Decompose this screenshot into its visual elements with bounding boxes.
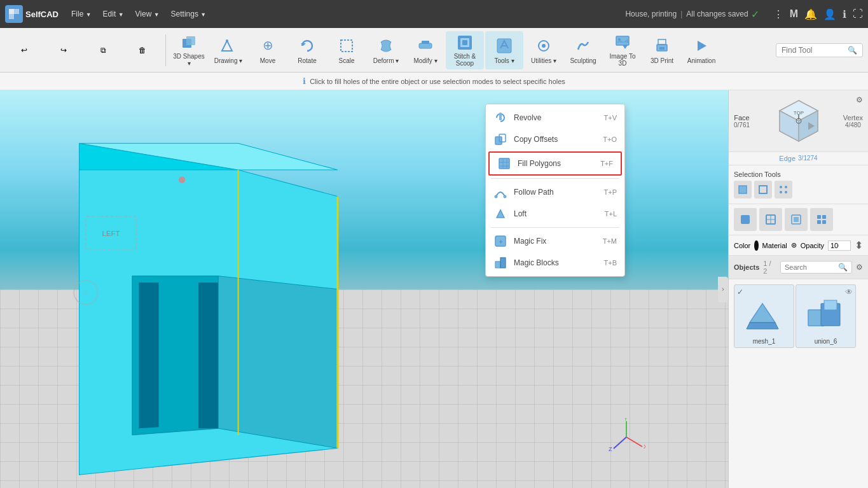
toolbar-scale[interactable]: Scale bbox=[327, 31, 366, 69]
material-label: Material bbox=[762, 242, 787, 249]
gear-icon[interactable]: ⚙ bbox=[856, 95, 863, 104]
menu-item-magic-fix[interactable]: ✦ Magic Fix T+M bbox=[486, 230, 624, 252]
color-picker[interactable] bbox=[754, 241, 758, 251]
menu-view[interactable]: View ▼ bbox=[132, 7, 163, 21]
magic-blocks-icon bbox=[493, 256, 507, 270]
search-input[interactable] bbox=[785, 263, 836, 271]
3d-print-icon bbox=[652, 36, 672, 56]
svg-rect-68 bbox=[759, 186, 767, 193]
svg-point-71 bbox=[780, 191, 782, 193]
svg-point-31 bbox=[542, 44, 546, 48]
undo-button[interactable]: ↩ bbox=[5, 31, 43, 69]
fill-polygons-shortcut: T+F bbox=[600, 160, 613, 167]
mode-icons bbox=[729, 204, 868, 235]
menu-edit[interactable]: Edit ▼ bbox=[99, 7, 128, 21]
separator-2 bbox=[491, 227, 619, 228]
toolbar-tools[interactable]: Tools ▾ bbox=[485, 31, 523, 69]
copy-offsets-icon bbox=[493, 132, 507, 146]
stitch-scoop-label: Stitch & Scoop bbox=[448, 53, 481, 67]
opacity-input[interactable] bbox=[828, 241, 851, 251]
mode-shaded-icon[interactable] bbox=[785, 208, 808, 231]
find-tool-search-icon: 🔍 bbox=[848, 46, 857, 55]
object-card-union6[interactable]: 👁 union_6 bbox=[796, 284, 856, 348]
menu-file[interactable]: File ▼ bbox=[67, 7, 95, 21]
svg-rect-2 bbox=[9, 14, 14, 19]
nav-cube-panel[interactable]: TOP bbox=[773, 95, 824, 146]
find-tool[interactable]: 🔍 bbox=[776, 43, 863, 57]
share-icon[interactable]: ⋮ bbox=[773, 8, 783, 20]
top-bar: SelfCAD File ▼ Edit ▼ View ▼ Settings ▼ … bbox=[0, 0, 868, 28]
menu-item-loft[interactable]: Loft T+L bbox=[486, 203, 624, 225]
menu-item-fill-polygons[interactable]: Fill Polygons T+F bbox=[488, 151, 622, 176]
svg-text:Z: Z bbox=[609, 446, 612, 452]
toolbar-3dshapes[interactable]: 3D Shapes ▾ bbox=[170, 31, 208, 69]
bell-icon[interactable]: 🔔 bbox=[804, 8, 817, 20]
info-bar-icon: ℹ bbox=[303, 76, 306, 86]
redo-button[interactable]: ↪ bbox=[45, 31, 83, 69]
toolbar-sculpting[interactable]: Sculpting bbox=[564, 31, 602, 69]
menu-item-copy-offsets[interactable]: Copy Offsets T+O bbox=[486, 129, 624, 150]
vertex-label: Vertex bbox=[843, 114, 863, 122]
sel-edge-icon[interactable] bbox=[754, 181, 772, 199]
object-card-mesh1[interactable]: ✓ mesh_1 bbox=[734, 284, 794, 348]
toolbar-animation[interactable]: Animation bbox=[682, 31, 720, 69]
search-icon[interactable]: 🔍 bbox=[838, 263, 848, 272]
find-tool-input[interactable] bbox=[782, 46, 845, 55]
fill-polygons-label: Fill Polygons bbox=[518, 159, 594, 168]
toolbar-deform[interactable]: Deform ▾ bbox=[367, 31, 405, 69]
svg-rect-29 bbox=[500, 258, 506, 268]
svg-text:LEFT: LEFT bbox=[102, 230, 120, 237]
main-area: LEFT ○ › X Y Z Face 0/761 bbox=[0, 90, 868, 488]
magic-fix-label: Magic Fix bbox=[514, 237, 596, 246]
expand-panel-arrow[interactable]: › bbox=[718, 277, 728, 302]
mesh1-name: mesh_1 bbox=[753, 338, 776, 345]
edge-label: Edge bbox=[779, 155, 796, 162]
toolbar-rotate[interactable]: Rotate bbox=[288, 31, 326, 69]
svg-text:⊕: ⊕ bbox=[263, 38, 273, 52]
toolbar-3d-print[interactable]: 3D Print bbox=[643, 31, 681, 69]
separator-1 bbox=[491, 178, 619, 179]
menu-item-revolve[interactable]: Revolve T+V bbox=[486, 107, 624, 129]
face-label: Face bbox=[734, 114, 749, 122]
3d-print-label: 3D Print bbox=[651, 57, 673, 64]
svg-text:Y: Y bbox=[624, 418, 628, 422]
user-icon[interactable]: 👤 bbox=[823, 8, 836, 20]
mode-solid-icon[interactable] bbox=[734, 208, 757, 231]
toolbar-modify[interactable]: Modify ▾ bbox=[406, 31, 444, 69]
toolbar-utilities[interactable]: Utilities ▾ bbox=[525, 31, 563, 69]
mesh1-preview bbox=[742, 292, 787, 337]
svg-rect-28 bbox=[495, 261, 500, 268]
info-icon[interactable]: ℹ bbox=[843, 8, 846, 20]
toolbar-stitch-scoop[interactable]: Stitch & Scoop bbox=[446, 31, 484, 69]
menu-item-magic-blocks[interactable]: Magic Blocks T+B bbox=[486, 252, 624, 274]
svg-line-53 bbox=[626, 437, 642, 447]
animation-label: Animation bbox=[687, 57, 715, 64]
svg-rect-1 bbox=[14, 9, 19, 14]
M-icon[interactable]: M bbox=[790, 8, 798, 20]
svg-point-69 bbox=[780, 186, 782, 188]
menu-settings[interactable]: Settings ▼ bbox=[167, 7, 210, 21]
objects-settings-icon[interactable]: ⚙ bbox=[856, 263, 863, 272]
copy-button[interactable]: ⧉ bbox=[84, 31, 122, 69]
material-icon[interactable]: ⊛ bbox=[791, 241, 797, 249]
svg-rect-10 bbox=[422, 41, 429, 44]
objects-count: 1 / 2 bbox=[763, 260, 776, 275]
sel-face-icon[interactable] bbox=[734, 181, 752, 199]
modify-label: Modify ▾ bbox=[413, 57, 437, 64]
toolbar-move[interactable]: ⊕ Move bbox=[249, 31, 287, 69]
objects-header: Objects 1 / 2 🔍 ⚙ bbox=[729, 256, 868, 279]
mode-wireframe-icon[interactable] bbox=[759, 208, 782, 231]
svg-point-52 bbox=[179, 176, 185, 183]
toolbar-drawing[interactable]: Drawing ▾ bbox=[209, 31, 247, 69]
svg-rect-37 bbox=[659, 47, 665, 50]
mode-grid-icon[interactable] bbox=[810, 208, 833, 231]
fullscreen-icon[interactable]: ⛶ bbox=[853, 8, 863, 20]
sel-vertex-icon[interactable] bbox=[775, 181, 792, 199]
opacity-stepper[interactable]: ⬍ bbox=[855, 239, 863, 251]
toolbar-image-to-3d[interactable]: Image To 3D bbox=[603, 31, 642, 69]
deform-icon bbox=[376, 36, 396, 56]
delete-button[interactable]: 🗑 bbox=[123, 31, 162, 69]
menu-item-follow-path[interactable]: Follow Path T+P bbox=[486, 181, 624, 203]
svg-marker-43 bbox=[139, 282, 158, 428]
svg-marker-38 bbox=[698, 41, 706, 51]
